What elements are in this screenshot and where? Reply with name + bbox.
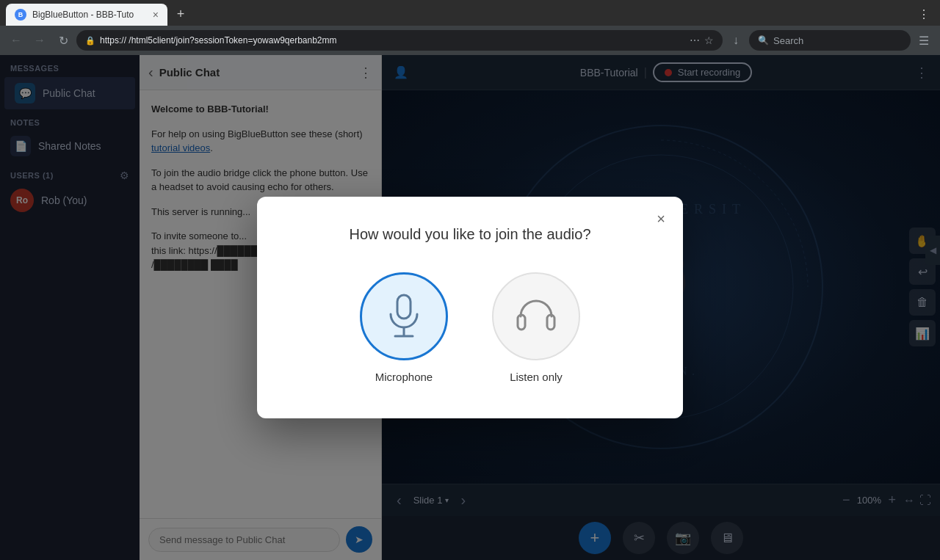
- modal-title: How would you like to join the audio?: [292, 226, 648, 243]
- more-options-icon[interactable]: ⋯: [690, 34, 700, 46]
- browser-menu-btn[interactable]: ⋮: [914, 4, 934, 24]
- browser-chrome: B BigBlueButton - BBB-Tuto × + ⋮ ← → ↻ 🔒…: [0, 0, 940, 55]
- nav-bar: ← → ↻ 🔒 https:// /html5client/join?sessi…: [0, 26, 940, 55]
- audio-join-modal: × How would you like to join the audio? …: [257, 197, 683, 418]
- modal-close-btn[interactable]: ×: [651, 208, 671, 229]
- search-icon: 🔍: [758, 35, 769, 46]
- microphone-option-label: Microphone: [375, 371, 433, 383]
- modal-overlay: × How would you like to join the audio? …: [0, 55, 940, 560]
- search-bar[interactable]: 🔍 Search: [749, 30, 911, 51]
- tab-close-icon[interactable]: ×: [153, 9, 159, 21]
- svg-rect-8: [397, 295, 411, 319]
- url-text: https:// /html5client/join?sessionToken=…: [100, 35, 685, 46]
- listen-only-option-circle: [492, 272, 580, 360]
- modal-options: Microphone Listen only: [292, 272, 648, 383]
- microphone-option[interactable]: Microphone: [360, 272, 448, 383]
- microphone-option-circle: [360, 272, 448, 360]
- active-tab[interactable]: B BigBlueButton - BBB-Tuto ×: [6, 4, 167, 26]
- address-bar[interactable]: 🔒 https:// /html5client/join?sessionToke…: [76, 30, 723, 51]
- forward-btn[interactable]: →: [29, 30, 50, 51]
- chrome-menu-btn[interactable]: ☰: [914, 30, 934, 51]
- reload-btn[interactable]: ↻: [53, 30, 73, 51]
- security-icon: 🔒: [85, 36, 95, 46]
- tab-bar: B BigBlueButton - BBB-Tuto × + ⋮: [0, 0, 940, 26]
- new-tab-btn[interactable]: +: [170, 4, 191, 24]
- tab-favicon: B: [15, 9, 26, 21]
- search-placeholder: Search: [773, 35, 803, 46]
- headphone-icon: [515, 297, 557, 335]
- listen-only-option[interactable]: Listen only: [492, 272, 580, 383]
- download-btn[interactable]: ↓: [726, 30, 746, 51]
- microphone-icon: [385, 294, 423, 339]
- bookmark-icon[interactable]: ☆: [704, 34, 714, 46]
- tab-title: BigBlueButton - BBB-Tuto: [32, 10, 147, 20]
- back-btn[interactable]: ←: [6, 30, 26, 51]
- listen-only-option-label: Listen only: [510, 371, 563, 383]
